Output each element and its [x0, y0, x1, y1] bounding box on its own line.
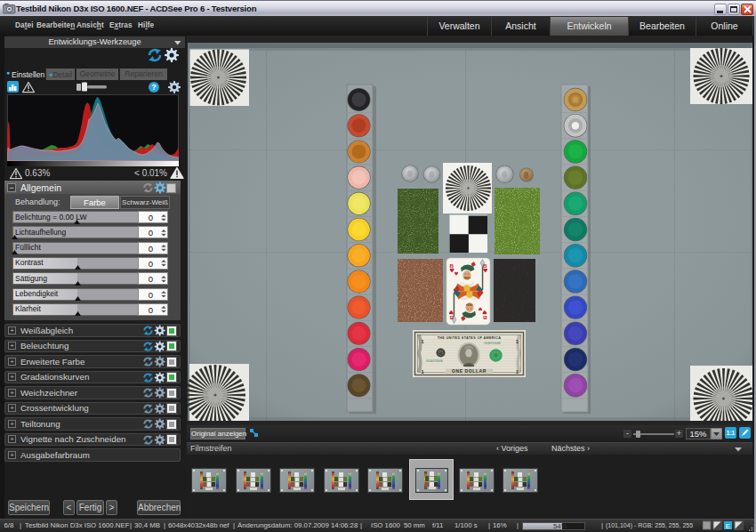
svg-text:1: 1: [421, 368, 424, 375]
svg-text:G54679266E: G54679266E: [484, 342, 501, 345]
svg-text:E: E: [726, 522, 730, 530]
svg-text:THE UNITED STATES OF AMERICA: THE UNITED STATES OF AMERICA: [438, 336, 502, 340]
svg-text:B: B: [483, 262, 487, 269]
svg-text:B: B: [483, 315, 487, 321]
svg-text:B: B: [450, 262, 454, 269]
svg-text:G54679266E: G54679266E: [426, 359, 443, 363]
svg-text:1: 1: [421, 338, 424, 344]
svg-text:1: 1: [516, 368, 519, 375]
svg-text:?: ?: [151, 83, 157, 92]
svg-text:B: B: [449, 315, 454, 321]
svg-text:1: 1: [516, 338, 519, 344]
svg-text:ONE DOLLAR: ONE DOLLAR: [452, 368, 487, 374]
